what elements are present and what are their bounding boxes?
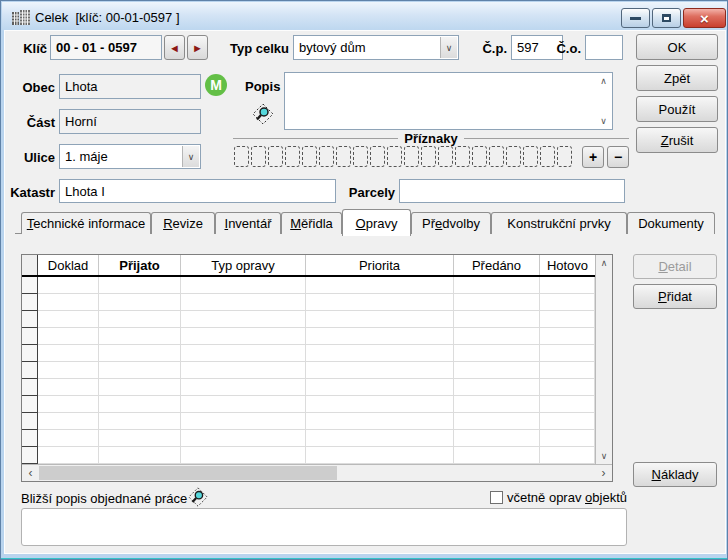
table-cell[interactable]: [540, 294, 595, 311]
table-row[interactable]: [22, 311, 595, 328]
vcetne-oprav-checkbox[interactable]: [490, 491, 503, 504]
close-button[interactable]: ×: [683, 8, 726, 28]
table-cell[interactable]: [454, 294, 540, 311]
table-cell[interactable]: [454, 396, 540, 413]
map-m-icon[interactable]: M: [205, 74, 227, 96]
table-cell[interactable]: [306, 413, 454, 430]
table-row[interactable]: [22, 430, 595, 447]
table-cell[interactable]: [181, 345, 306, 362]
obec-field[interactable]: Lhota: [59, 74, 201, 99]
table-cell[interactable]: [99, 345, 181, 362]
tab-dokumenty[interactable]: Dokumenty: [627, 212, 715, 234]
table-cell[interactable]: [454, 362, 540, 379]
typ-celku-select[interactable]: bytový dům ∨: [293, 35, 459, 60]
table-cell[interactable]: [454, 430, 540, 447]
table-row[interactable]: [22, 362, 595, 379]
row-selector[interactable]: [22, 413, 38, 430]
table-cell[interactable]: [181, 396, 306, 413]
table-cell[interactable]: [540, 447, 595, 464]
row-selector[interactable]: [22, 345, 38, 362]
pridat-button[interactable]: Přidat: [633, 284, 717, 309]
table-cell[interactable]: [38, 447, 99, 464]
prev-record-button[interactable]: ◄: [164, 35, 185, 60]
chevron-down-icon[interactable]: ∨: [440, 37, 457, 58]
table-cell[interactable]: [181, 447, 306, 464]
minimize-button[interactable]: [621, 8, 650, 28]
table-cell[interactable]: [181, 328, 306, 345]
scroll-down-icon[interactable]: ∨: [597, 116, 610, 126]
pouzit-button[interactable]: Použít: [636, 96, 718, 122]
column-header-sorted[interactable]: Přijato: [99, 255, 181, 275]
tab-konstrukcni-prvky[interactable]: Konstrukční prvky: [491, 212, 627, 234]
table-cell[interactable]: [38, 379, 99, 396]
row-selector[interactable]: [22, 396, 38, 413]
restore-button[interactable]: [652, 8, 681, 28]
row-selector[interactable]: [22, 447, 38, 464]
zrusit-button[interactable]: Zrušit: [636, 127, 718, 153]
table-cell[interactable]: [99, 277, 181, 294]
row-selector[interactable]: [22, 294, 38, 311]
horizontal-scrollbar[interactable]: ‹ ›: [22, 464, 612, 481]
magnifier-icon[interactable]: [251, 102, 275, 130]
table-cell[interactable]: [38, 413, 99, 430]
table-cell[interactable]: [181, 311, 306, 328]
table-cell[interactable]: [540, 277, 595, 294]
table-cell[interactable]: [99, 413, 181, 430]
column-header[interactable]: Hotovo: [540, 255, 595, 275]
tab-predvolby[interactable]: Předvolby: [411, 212, 491, 234]
table-cell[interactable]: [454, 413, 540, 430]
table-cell[interactable]: [306, 379, 454, 396]
table-cell[interactable]: [99, 311, 181, 328]
priznak-add-button[interactable]: +: [582, 146, 604, 168]
table-cell[interactable]: [181, 430, 306, 447]
table-row[interactable]: [22, 379, 595, 396]
table-cell[interactable]: [181, 294, 306, 311]
tab-meridla[interactable]: Měřidla: [281, 212, 342, 234]
scroll-up-icon[interactable]: ∧: [596, 255, 612, 271]
table-cell[interactable]: [38, 362, 99, 379]
table-cell[interactable]: [306, 345, 454, 362]
cast-field[interactable]: Horní: [59, 109, 201, 134]
ok-button[interactable]: OK: [636, 34, 718, 60]
table-cell[interactable]: [181, 413, 306, 430]
row-selector[interactable]: [22, 362, 38, 379]
table-cell[interactable]: [454, 379, 540, 396]
table-cell[interactable]: [454, 328, 540, 345]
table-row[interactable]: [22, 447, 595, 464]
table-cell[interactable]: [181, 362, 306, 379]
klic-field[interactable]: 00 - 01 - 0597: [50, 35, 162, 60]
table-cell[interactable]: [306, 447, 454, 464]
table-cell[interactable]: [99, 396, 181, 413]
table-cell[interactable]: [99, 294, 181, 311]
table-row[interactable]: [22, 277, 595, 294]
row-selector[interactable]: [22, 328, 38, 345]
parcely-field[interactable]: [399, 179, 625, 203]
table-cell[interactable]: [540, 362, 595, 379]
chevron-down-icon[interactable]: ∨: [182, 146, 199, 167]
table-cell[interactable]: [540, 379, 595, 396]
table-cell[interactable]: [38, 311, 99, 328]
table-cell[interactable]: [181, 277, 306, 294]
column-header[interactable]: Předáno: [454, 255, 540, 275]
table-row[interactable]: [22, 328, 595, 345]
table-cell[interactable]: [99, 447, 181, 464]
co-field[interactable]: [585, 35, 623, 60]
table-cell[interactable]: [306, 311, 454, 328]
column-header[interactable]: Doklad: [38, 255, 99, 275]
table-cell[interactable]: [38, 328, 99, 345]
table-cell[interactable]: [540, 396, 595, 413]
table-cell[interactable]: [306, 430, 454, 447]
table-cell[interactable]: [540, 328, 595, 345]
column-header[interactable]: Typ opravy: [181, 255, 306, 275]
scrollbar-thumb[interactable]: [39, 466, 337, 480]
table-row[interactable]: [22, 396, 595, 413]
title-bar[interactable]: Celek [klíč: 00-01-0597 ] ×: [2, 2, 728, 31]
scroll-left-icon[interactable]: ‹: [22, 465, 39, 481]
table-body[interactable]: [22, 277, 595, 464]
tab-technicke-informace[interactable]: Technické informace: [21, 212, 151, 234]
zpet-button[interactable]: Zpět: [636, 65, 718, 91]
row-selector[interactable]: [22, 277, 38, 294]
column-header[interactable]: Priorita: [306, 255, 454, 275]
table-cell[interactable]: [540, 345, 595, 362]
table-cell[interactable]: [540, 430, 595, 447]
